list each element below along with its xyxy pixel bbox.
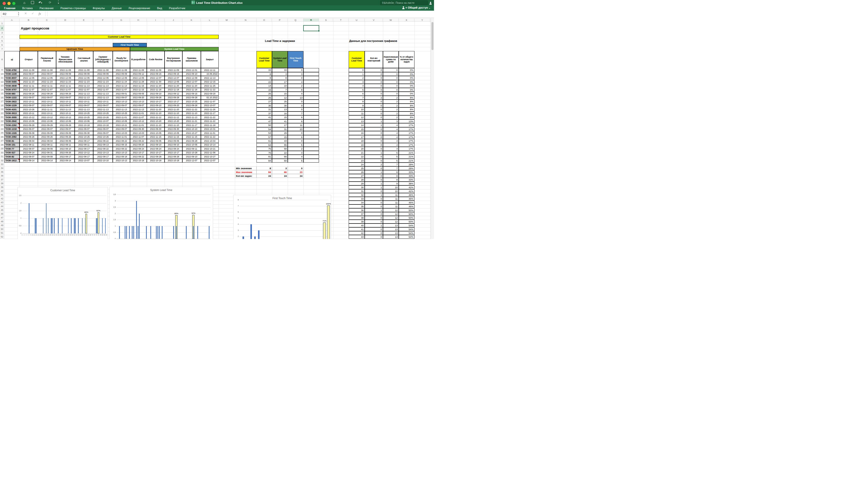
date-cell[interactable]: 2022-09-15 [164,72,182,76]
date-cell[interactable]: 2022-10-12 [75,151,93,155]
date-cell[interactable]: 2022-11-20 [182,84,201,88]
dist-value-cell[interactable]: 31 [349,189,365,193]
column-header-D[interactable]: D [56,19,75,22]
row-header-44[interactable]: 44 [0,205,4,208]
date-cell[interactable]: 2022-11-13 [130,108,147,112]
dist-value-cell[interactable]: 54% [399,231,414,235]
date-cell[interactable]: 2022-09-15 [147,72,164,76]
dist-value-cell[interactable]: 0% [399,80,414,84]
dist-value-cell[interactable]: 46% [399,197,414,201]
date-cell[interactable]: 2022-09-10 [147,143,164,147]
dist-value-cell[interactable]: 0 [383,88,399,92]
task-id-cell[interactable]: TASK-3013 [4,112,20,116]
dist-value-cell[interactable]: 8% [399,112,414,116]
task-id-cell[interactable]: TASK-3055 [4,115,20,119]
dist-value-cell[interactable]: 2 [383,99,399,103]
dist-value-cell[interactable]: 42% [399,185,414,189]
date-cell[interactable]: 2022-11-01 [201,131,219,135]
dist-value-cell[interactable]: 21% [399,151,414,155]
date-cell[interactable]: 2022-11-23 [38,80,56,84]
row-header-29[interactable]: 29 [0,147,4,151]
date-cell[interactable]: 2022-09-28 [147,96,164,100]
column-header-I[interactable]: I [147,19,164,22]
column-header-R[interactable]: R [304,19,319,22]
date-cell[interactable]: 2022-11-08 [130,68,147,72]
dist-value-cell[interactable]: 13 [383,227,399,231]
row-header-12[interactable]: 12 [0,80,4,84]
lead-value-cell[interactable]: 17 [272,80,288,84]
dist-value-cell[interactable]: 2 [383,103,399,108]
date-cell[interactable]: 2022-11-09 [147,68,164,72]
dist-value-cell[interactable]: 43 [349,235,365,239]
dist-value-cell[interactable]: 0 [383,76,399,80]
lead-value-cell[interactable]: 25 [272,99,288,103]
lead-value-cell[interactable]: 33 [256,68,272,72]
date-cell[interactable]: 2022-10-11 [56,112,75,116]
dist-value-cell[interactable]: 1 [365,193,383,197]
dist-value-cell[interactable]: 1 [365,170,383,174]
spreadsheet-grid[interactable]: ABCDEFGHIJKLMNOPQRSTUVWXY123456789101112… [0,19,434,239]
ribbon-tab-Вставка[interactable]: Вставка [22,7,33,10]
dist-value-cell[interactable]: 0 [365,227,383,231]
lead-empty-cell[interactable] [304,88,319,92]
date-cell[interactable]: 2022-12-05 [93,76,113,80]
date-cell[interactable]: 2022-11-13 [93,108,113,112]
dist-value-cell[interactable]: 8 [383,174,399,178]
lead-value-cell[interactable]: 13 [288,96,304,100]
lead-value-cell[interactable]: 58 [272,147,288,151]
column-header-W[interactable]: W [383,19,399,22]
lead-empty-cell[interactable] [304,147,319,151]
date-cell[interactable]: 2022-10-13 [113,151,130,155]
dist-value-cell[interactable]: 50% [399,216,414,220]
dist-value-cell[interactable]: 17% [399,143,414,147]
chart-system-lead-time[interactable]: System Lead Time00,511,522,533,583%92%02… [110,187,213,239]
dist-value-cell[interactable]: 8% [399,108,414,112]
dist-value-cell[interactable]: 46% [399,205,414,208]
main-header[interactable]: Системный анализ [75,51,93,68]
row-header-24[interactable]: 24 [0,127,4,131]
lead-value-cell[interactable]: 2 [288,147,304,151]
dist-value-cell[interactable]: 11 [383,193,399,197]
lead-empty-cell[interactable] [304,103,319,108]
dist-value-cell[interactable]: 22 [349,155,365,159]
dist-value-cell[interactable]: 4 [383,123,399,127]
task-id-cell[interactable]: TASK-6037 [4,76,20,80]
date-cell[interactable]: 2022-10-14 [201,143,219,147]
date-cell[interactable]: 2022-09-30 [75,131,93,135]
row-header-6[interactable]: 6 [0,43,4,47]
date-cell[interactable]: 2022-11-07 [38,88,56,92]
row-header-1[interactable]: 1 [0,22,4,25]
date-cell[interactable]: 2022-11-13 [75,84,93,88]
date-cell[interactable]: 2022-12-05 [113,76,130,80]
row-header-31[interactable]: 31 [0,155,4,159]
date-cell[interactable]: 2022-08-22 [113,147,130,151]
dist-value-cell[interactable]: 0 [365,189,383,193]
date-cell[interactable]: 2022-09-10 [182,72,201,76]
lead-value-cell[interactable]: 10 [272,84,288,88]
dist-value-cell[interactable]: 7 [383,167,399,170]
dist-value-cell[interactable]: 13% [399,119,414,123]
dist-value-cell[interactable]: 0% [399,76,414,80]
date-cell[interactable]: 2022-10-28 [182,151,201,155]
row-header-28[interactable]: 28 [0,143,4,147]
date-cell[interactable]: 2022-09-28 [182,139,201,143]
date-cell[interactable]: 2022-09-10 [164,143,182,147]
date-cell[interactable]: 2022-08-20 [130,143,147,147]
lead-value-cell[interactable]: 6 [288,135,304,139]
row-header-8[interactable]: 8 [0,51,4,68]
column-header-C[interactable]: C [38,19,56,22]
dist-value-cell[interactable]: 3 [383,119,399,123]
date-cell[interactable]: 2022-09-10 [147,92,164,96]
row-header-49[interactable]: 49 [0,223,4,227]
lead-value-cell[interactable]: 53 [256,131,272,135]
dist-value-cell[interactable]: 54% [399,227,414,231]
ribbon-tab-Главная[interactable]: Главная [4,7,16,10]
lead-empty-cell[interactable] [304,72,319,76]
lead-value-cell[interactable]: 25 [256,96,272,100]
date-cell[interactable]: 2022-11-21 [182,119,201,123]
dist-value-cell[interactable]: 14 [349,123,365,127]
lead-value-cell[interactable]: 61 [256,139,272,143]
date-cell[interactable]: 2022-09-12 [130,72,147,76]
dist-value-cell[interactable]: 38% [399,182,414,185]
lead-value-cell[interactable]: 22 [256,80,272,84]
